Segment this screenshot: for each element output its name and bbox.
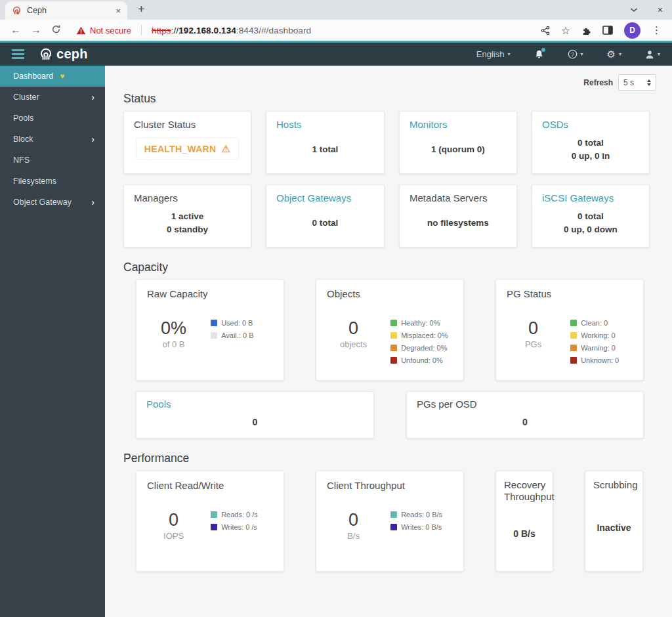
card-title: Metadata Servers <box>400 185 516 203</box>
chevron-right-icon: › <box>91 92 94 102</box>
brand-name: ceph <box>56 47 88 62</box>
bookmark-star-icon[interactable]: ☆ <box>561 24 570 37</box>
side-panel-icon[interactable] <box>602 26 613 35</box>
legend-swatch <box>211 511 217 518</box>
card-value: 1 active <box>171 211 204 221</box>
performance-grid: Client Read/Write 0 IOPS Reads: 0 /s Wri… <box>136 471 672 572</box>
notifications-bell-icon[interactable] <box>534 49 544 60</box>
iscsi-gateways-link[interactable]: iSCSI Gateways <box>532 185 649 203</box>
not-secure-label: Not secure <box>90 26 131 35</box>
chart-sublabel: of 0 B <box>163 339 185 349</box>
metadata-servers-card: Metadata Servers no filesystems <box>399 184 517 247</box>
card-value: 0 total <box>578 138 604 148</box>
monitors-link[interactable]: Monitors <box>400 112 516 130</box>
dashboard-content: Refresh 5 s Status Cluster Status HEALTH… <box>105 66 672 617</box>
sidebar-item-label: NFS <box>13 156 30 165</box>
object-gateways-card: Object Gateways 0 total <box>266 184 385 247</box>
pools-grid: Pools 0 PGs per OSD 0 <box>136 391 672 438</box>
card-value: 0 up, 0 down <box>564 224 618 234</box>
new-tab-button[interactable]: + <box>138 3 145 16</box>
chart-legend: Clean: 0 Working: 0 Warning: 0 Unknown: … <box>570 299 638 375</box>
window-close-icon[interactable]: × <box>658 5 663 15</box>
hosts-link[interactable]: Hosts <box>266 112 384 130</box>
chart-sublabel: PGs <box>525 339 541 349</box>
browser-menu-icon[interactable]: ⋮ <box>652 24 662 36</box>
url-text[interactable]: https://192.168.0.134:8443/#/dashboard <box>152 26 311 35</box>
osds-link[interactable]: OSDs <box>532 112 649 130</box>
url-scheme: https <box>152 26 171 35</box>
sidebar: Dashboard ♥ Cluster › Pools Block › NFS … <box>0 66 105 617</box>
browser-tab[interactable]: Ceph × <box>5 1 127 20</box>
performance-section-heading: Performance <box>123 452 672 465</box>
settings-dropdown[interactable]: ⚙ ▾ <box>607 49 621 59</box>
sidebar-item-pools[interactable]: Pools <box>0 108 105 129</box>
pools-link[interactable]: Pools <box>136 392 373 410</box>
url-host: 192.168.0.134 <box>178 26 236 35</box>
legend-swatch <box>390 511 397 518</box>
language-dropdown[interactable]: English ▾ <box>476 49 511 59</box>
health-warn-heart-icon: ♥ <box>60 72 64 81</box>
sidebar-item-nfs[interactable]: NFS <box>0 150 105 171</box>
card-title: Cluster Status <box>124 112 251 130</box>
sidebar-item-label: Filesystems <box>13 177 56 186</box>
legend-label: Degraded: 0% <box>401 344 447 352</box>
sidebar-item-block[interactable]: Block › <box>0 129 105 150</box>
sidebar-item-label: Object Gateway <box>13 198 72 207</box>
legend-label: Unfound: 0% <box>401 356 443 364</box>
share-icon[interactable] <box>541 26 550 35</box>
legend-label: Avail.: 0 B <box>221 331 253 339</box>
legend-swatch <box>390 357 397 364</box>
gear-icon: ⚙ <box>607 49 616 59</box>
sidebar-item-dashboard[interactable]: Dashboard ♥ <box>0 66 105 87</box>
svg-text:?: ? <box>571 51 574 58</box>
tab-list-chevron-icon[interactable] <box>630 7 638 12</box>
raw-capacity-card: Raw Capacity 0% of 0 B Used: 0 B Avail.:… <box>136 279 284 381</box>
card-value: no filesystems <box>427 218 489 228</box>
security-chip[interactable]: Not secure <box>76 26 131 35</box>
chevron-right-icon: › <box>91 197 94 207</box>
legend-item: Warning: 0 <box>570 344 638 352</box>
sidebar-item-filesystems[interactable]: Filesystems <box>0 171 105 192</box>
recovery-throughput-card: Recovery Throughput 0 B/s <box>495 471 553 572</box>
user-icon <box>645 50 654 59</box>
tab-close-icon[interactable]: × <box>116 6 121 16</box>
card-value: 0 standby <box>167 224 208 234</box>
legend-item: Working: 0 <box>570 331 638 339</box>
card-title: PGs per OSD <box>407 392 643 410</box>
help-dropdown[interactable]: ? ▾ <box>568 49 583 59</box>
legend-item: Writes: 0 /s <box>211 523 278 531</box>
refresh-interval-select[interactable]: 5 s <box>618 74 656 91</box>
reload-icon[interactable] <box>51 24 61 37</box>
card-value: 0 up, 0 in <box>572 151 610 161</box>
address-divider <box>141 25 142 35</box>
capacity-section-heading: Capacity <box>123 261 672 274</box>
legend-item: Unknown: 0 <box>570 356 638 364</box>
client-throughput-card: Client Throughput 0 B/s Reads: 0 B/s Wri… <box>316 471 464 572</box>
client-read-write-card: Client Read/Write 0 IOPS Reads: 0 /s Wri… <box>136 471 284 572</box>
browser-tab-strip: Ceph × + × <box>0 0 672 20</box>
card-value: 0 B/s <box>496 502 553 571</box>
warning-triangle-icon <box>76 26 86 35</box>
user-dropdown[interactable]: ▾ <box>645 50 660 59</box>
card-value: Inactive <box>585 491 642 571</box>
sidebar-toggle-icon[interactable] <box>12 49 24 59</box>
sidebar-item-object-gateway[interactable]: Object Gateway › <box>0 192 105 213</box>
osds-card: OSDs 0 total 0 up, 0 in <box>532 111 650 174</box>
legend-item: Reads: 0 B/s <box>390 511 458 519</box>
back-icon[interactable]: ← <box>10 25 21 35</box>
object-gateways-link[interactable]: Object Gateways <box>266 185 384 203</box>
chart-value: 0% <box>161 318 186 339</box>
legend-label: Working: 0 <box>581 331 615 339</box>
refresh-label: Refresh <box>583 78 613 87</box>
language-label: English <box>476 49 505 59</box>
url-separator: :// <box>171 26 179 35</box>
sidebar-item-cluster[interactable]: Cluster › <box>0 87 105 108</box>
ceph-brand[interactable]: ceph <box>39 47 88 62</box>
status-grid: Cluster Status HEALTH_WARN ⚠ Hosts 1 tot… <box>123 111 672 247</box>
extensions-puzzle-icon[interactable] <box>581 26 591 35</box>
ceph-favicon-icon <box>12 6 22 16</box>
profile-avatar[interactable]: D <box>624 22 640 39</box>
pgs-per-osd-card: PGs per OSD 0 <box>406 391 644 438</box>
forward-icon[interactable]: → <box>31 25 41 35</box>
chart-legend: Reads: 0 /s Writes: 0 /s <box>211 491 278 566</box>
